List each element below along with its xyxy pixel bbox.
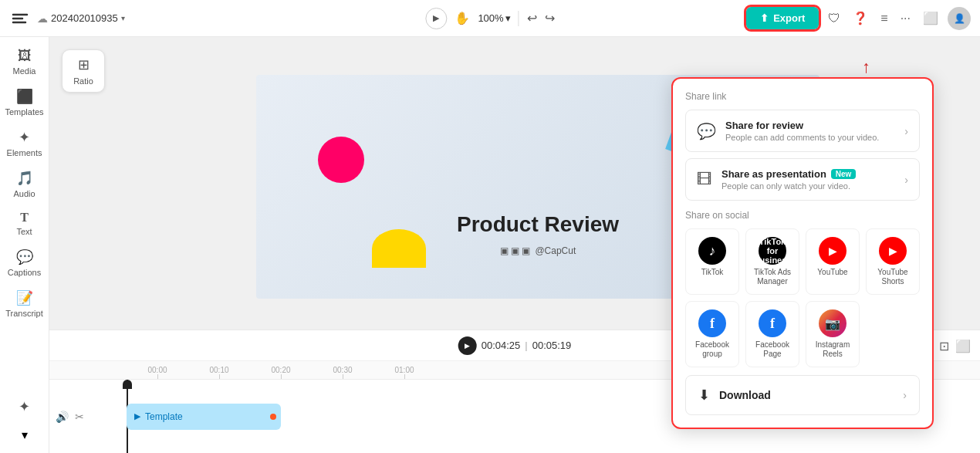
social-facebook-page[interactable]: f Facebook Page: [745, 301, 799, 367]
knife-icon[interactable]: ✂: [75, 411, 84, 423]
social-instagram-reels[interactable]: 📷 Instagram Reels: [806, 301, 860, 367]
sidebar-item-media[interactable]: 🖼 Media: [5, 43, 45, 80]
topbar-right: ⬆ Export 🛡 ❓ ≡ ··· ⬜ 👤: [746, 7, 971, 30]
zoom-selector[interactable]: 100% ▾: [478, 12, 510, 24]
sidebar-item-label: Templates: [5, 107, 43, 117]
elements-icon: ✦: [19, 129, 30, 146]
timeline-play-button[interactable]: ▶: [458, 336, 477, 355]
ruler-mark-0: 00:00: [127, 366, 188, 379]
presentation-icon: 🎞: [697, 171, 712, 188]
export-dropdown: ↑ Share link 💬 Share for review People c…: [671, 77, 934, 429]
avatar[interactable]: 👤: [948, 7, 971, 30]
facebook-group-icon: f: [698, 309, 726, 337]
more-icon[interactable]: ···: [897, 8, 914, 29]
ruler-mark-1: 00:10: [188, 366, 250, 379]
export-button[interactable]: ⬆ Export: [746, 7, 819, 29]
review-arrow-icon: ›: [904, 125, 908, 137]
sidebar-item-label: Audio: [13, 189, 35, 198]
review-text: Share for review People can add comments…: [725, 120, 895, 142]
ratio-icon: ⊞: [78, 56, 90, 73]
hand-tool-button[interactable]: ✋: [455, 11, 470, 25]
tiktok-ads-label: TikTok Ads Manager: [749, 268, 796, 286]
sidebar-item-elements[interactable]: ✦ Elements: [5, 124, 45, 162]
social-facebook-group[interactable]: f Facebook group: [685, 301, 739, 367]
video-subtitle: ▣ ▣ ▣ @CapCut: [500, 245, 576, 256]
text-icon: T: [20, 211, 29, 225]
project-selector[interactable]: ☁ 202402010935 ▾: [37, 12, 125, 25]
divider: [519, 11, 519, 26]
ratio-label: Ratio: [73, 76, 93, 86]
chevron-left-icon: ▾: [22, 428, 28, 442]
fullscreen-icon[interactable]: ⊡: [939, 338, 949, 353]
review-desc: People can add comments to your video.: [725, 133, 895, 142]
ruler-mark-4: 01:00: [373, 366, 435, 379]
export-icon: ⬆: [760, 12, 769, 24]
audio-icon: 🎵: [16, 170, 33, 187]
download-label: Download: [719, 389, 894, 401]
facebook-page-label: Facebook Page: [749, 340, 796, 359]
sidebar-item-effects[interactable]: ✦: [5, 394, 45, 420]
tiktok-label: TikTok: [701, 268, 724, 277]
sidebar-item-templates[interactable]: ⬛ Templates: [5, 83, 45, 121]
canvas-area: ⊞ Ratio Product Review ▣ ▣ ▣ @CapCut: [49, 37, 980, 453]
presentation-text: Share as presentation New People can onl…: [721, 168, 895, 191]
video-title: Product Review: [457, 212, 619, 237]
split-view-icon[interactable]: ⬜: [955, 338, 971, 353]
share-for-review-option[interactable]: 💬 Share for review People can add commen…: [685, 110, 920, 152]
timeline-right-icons: ⊡ ⬜: [939, 338, 971, 353]
track-clip[interactable]: ▶ Template: [127, 404, 281, 430]
review-icon: 💬: [697, 122, 716, 140]
zoom-chevron: ▾: [505, 12, 511, 24]
youtube-shorts-label: YouTube Shorts: [870, 268, 916, 286]
social-youtube[interactable]: ▶ YouTube: [806, 228, 860, 295]
split-view-icon[interactable]: ⬜: [920, 8, 941, 29]
redo-button[interactable]: ↪: [545, 11, 555, 25]
sidebar-item-label: Text: [16, 227, 32, 236]
sidebar: 🖼 Media ⬛ Templates ✦ Elements 🎵 Audio T…: [0, 37, 49, 453]
social-grid: ♪ TikTok TikTokforBusiness TikTok Ads Ma…: [685, 228, 920, 367]
ruler-marks: 00:00 00:10 00:20 00:30 01:00: [127, 361, 435, 379]
sidebar-item-audio[interactable]: 🎵 Audio: [5, 165, 45, 203]
social-tiktok-ads[interactable]: TikTokforBusiness TikTok Ads Manager: [745, 228, 799, 295]
help-icon[interactable]: ❓: [850, 8, 871, 29]
presentation-desc: People can only watch your video.: [721, 181, 895, 191]
tiktok-icon: ♪: [698, 237, 726, 265]
presentation-title: Share as presentation New: [721, 168, 895, 180]
ratio-button[interactable]: ⊞ Ratio: [62, 49, 105, 93]
social-tiktok[interactable]: ♪ TikTok: [685, 228, 739, 295]
media-icon: 🖼: [18, 48, 32, 64]
youtube-shorts-icon: ▶: [879, 237, 907, 265]
facebook-page-icon: f: [759, 309, 786, 337]
youtube-label: YouTube: [817, 268, 847, 277]
sidebar-item-transcript[interactable]: 📝 Transcript: [5, 285, 45, 323]
sidebar-item-text[interactable]: T Text: [5, 206, 45, 241]
layers-icon[interactable]: ≡: [877, 8, 890, 29]
ruler-mark-2: 00:20: [250, 366, 312, 379]
sidebar-item-captions[interactable]: 💬 Captions: [5, 244, 45, 282]
ruler-mark-3: 00:30: [312, 366, 373, 379]
play-mode-button[interactable]: ▶: [425, 8, 447, 29]
chevron-down-icon: ▾: [121, 14, 125, 22]
sidebar-item-label: Media: [13, 66, 36, 76]
sidebar-item-label: Transcript: [5, 309, 43, 318]
current-time: 00:04:25: [482, 340, 521, 351]
sidebar-item-label: Captions: [8, 268, 41, 277]
cloud-icon: ☁: [37, 12, 48, 25]
track-controls: 🔊 ✂: [49, 380, 127, 453]
youtube-icon: ▶: [819, 237, 847, 265]
download-button[interactable]: ⬇ Download ›: [685, 375, 920, 415]
volume-icon[interactable]: 🔊: [56, 411, 69, 423]
presentation-arrow-icon: ›: [904, 174, 908, 186]
sidebar-collapse[interactable]: ▾: [5, 423, 45, 447]
facebook-group-label: Facebook group: [689, 340, 735, 359]
shield-icon[interactable]: 🛡: [825, 8, 843, 29]
timeline-time: ▶ 00:04:25 | 00:05:19: [458, 336, 572, 355]
undo-button[interactable]: ↩: [527, 11, 537, 25]
download-icon: ⬇: [698, 387, 710, 404]
shape-yellow-half: [372, 229, 426, 268]
app-logo: [9, 8, 31, 29]
share-as-presentation-option[interactable]: 🎞 Share as presentation New People can o…: [685, 158, 920, 201]
social-youtube-shorts[interactable]: ▶ YouTube Shorts: [866, 228, 920, 295]
share-link-label: Share link: [685, 91, 920, 102]
instagram-icon: 📷: [819, 309, 847, 337]
